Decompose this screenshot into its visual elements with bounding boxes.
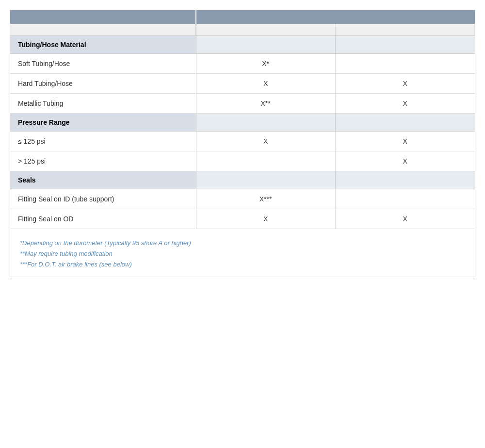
- ptc-value: X**: [196, 94, 335, 114]
- table-row: Hard Tubing/HoseXX: [10, 74, 475, 94]
- comp-value: X: [335, 74, 474, 94]
- section-header-cell-empty-comp: [335, 171, 474, 189]
- consideration-label: Hard Tubing/Hose: [10, 74, 196, 94]
- comp-value: [335, 189, 474, 209]
- sub-header-empty: [10, 24, 196, 36]
- section-header-cell-empty-ptc: [196, 114, 335, 132]
- table-row: Soft Tubing/HoseX*: [10, 54, 475, 74]
- consideration-label: Fitting Seal on OD: [10, 209, 196, 229]
- consideration-label: Fitting Seal on ID (tube support): [10, 189, 196, 209]
- comp-value: X: [335, 209, 474, 229]
- comp-value: X: [335, 151, 474, 171]
- section-header-row: Seals: [10, 171, 475, 189]
- section-header-row: Tubing/Hose Material: [10, 36, 475, 54]
- consideration-label: ≤ 125 psi: [10, 132, 196, 151]
- footnotes-section: *Depending on the durometer (Typically 9…: [10, 229, 475, 277]
- table-row: > 125 psiX: [10, 151, 475, 171]
- consideration-label: > 125 psi: [10, 151, 196, 171]
- section-header-row: Pressure Range: [10, 114, 475, 132]
- section-label: Seals: [10, 171, 196, 189]
- table-row: ≤ 125 psiXX: [10, 132, 475, 151]
- header-fitting-types: [196, 10, 475, 24]
- section-header-cell-empty-ptc: [196, 36, 335, 54]
- section-header-cell-empty-comp: [335, 114, 474, 132]
- footnote-item: ***For D.O.T. air brake lines (see below…: [20, 259, 465, 270]
- ptc-value: X*: [196, 54, 335, 74]
- section-label: Pressure Range: [10, 114, 196, 132]
- sub-header-compression: [335, 24, 474, 36]
- footnote-item: **May require tubing modification: [20, 249, 465, 259]
- ptc-value: X: [196, 209, 335, 229]
- consideration-label: Soft Tubing/Hose: [10, 54, 196, 74]
- ptc-value: X: [196, 132, 335, 151]
- ptc-value: X***: [196, 189, 335, 209]
- section-header-cell-empty-ptc: [196, 171, 335, 189]
- comp-value: X: [335, 132, 474, 151]
- comp-value: [335, 54, 474, 74]
- section-label: Tubing/Hose Material: [10, 36, 196, 54]
- ptc-value: [196, 151, 335, 171]
- table-row: Fitting Seal on ID (tube support)X***: [10, 189, 475, 209]
- sub-header-ptc: [196, 24, 335, 36]
- ptc-value: X: [196, 74, 335, 94]
- footnote-item: *Depending on the durometer (Typically 9…: [20, 238, 465, 249]
- table-row: Fitting Seal on ODXX: [10, 209, 475, 229]
- section-header-cell-empty-comp: [335, 36, 474, 54]
- comparison-table: Tubing/Hose MaterialSoft Tubing/HoseX*Ha…: [10, 10, 475, 277]
- header-component-considerations: [10, 10, 196, 24]
- comp-value: X: [335, 94, 474, 114]
- consideration-label: Metallic Tubing: [10, 94, 196, 114]
- table-row: Metallic TubingX**X: [10, 94, 475, 114]
